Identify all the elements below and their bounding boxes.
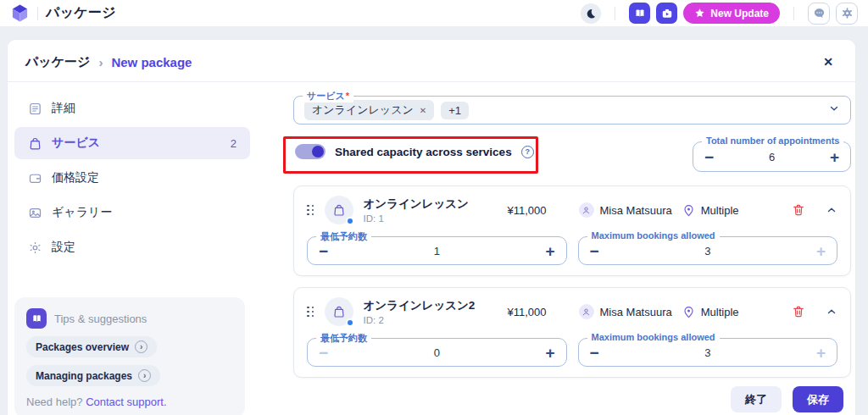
tip-label: Managing packages [36,370,132,382]
service-title-block: オンラインレッスン ID: 1 [364,196,498,224]
tips-header: Tips & suggestions [26,308,233,329]
collapse-card-button[interactable] [826,306,837,318]
service-card: オンラインレッスン ID: 1 ¥11,000 Misa Matsuura Mu… [293,185,851,276]
more-services-chip[interactable]: +1 [441,102,469,119]
service-price: ¥11,000 [508,306,569,318]
sidebar-item-services[interactable]: サービス 2 [14,127,250,159]
plus-button[interactable]: + [816,345,826,361]
minus-button[interactable]: − [704,149,714,165]
gear-icon [28,241,42,255]
page-title: パッケージ [46,4,116,22]
help-tooltip-icon[interactable]: ? [521,146,534,158]
docs-button[interactable] [629,3,650,24]
total-appointments-value[interactable]: 6 [769,151,775,163]
max-bookings-stepper: Maximum bookings allowed − 3 + [578,236,838,265]
dark-mode-toggle[interactable] [581,3,601,24]
save-button[interactable]: 保存 [793,386,843,412]
toggle-knob [312,146,324,158]
contact-support-link[interactable]: Contact support. [86,396,166,408]
plus-button[interactable]: + [545,243,554,259]
service-field-label: サービス* [303,90,353,102]
finish-button[interactable]: 終了 [731,386,782,412]
breadcrumb: パッケージ › New package [25,54,192,70]
minus-button[interactable]: − [590,345,599,361]
settings-button[interactable] [836,3,858,25]
plus-button[interactable]: + [816,243,826,259]
min-bookings-value[interactable]: 0 [434,346,440,359]
plus-button[interactable]: + [545,345,554,361]
chevron-right-icon: › [138,369,151,382]
wallet-icon [28,171,42,185]
tips-link-managing-packages[interactable]: Managing packages › [26,365,160,386]
chevron-right-icon: › [135,340,147,353]
collapse-card-button[interactable] [826,204,837,216]
chat-support-button[interactable] [808,3,830,25]
service-staff: Misa Matsuura [579,304,672,319]
delete-service-button[interactable] [792,305,805,318]
tips-and-suggestions: Tips & suggestions Packages overview › M… [14,297,245,415]
location-pin-icon [682,306,695,318]
online-status-dot [346,217,354,225]
location-pin-icon [682,204,695,217]
service-id: ID: 2 [364,315,498,325]
video-icon [661,8,673,19]
min-bookings-value[interactable]: 1 [434,245,440,257]
min-bookings-label: 最低予約数 [316,332,371,345]
sidebar-item-gallery[interactable]: ギャラリー [14,196,250,229]
breadcrumb-root[interactable]: パッケージ [25,54,90,70]
gallery-icon [28,206,42,220]
required-asterisk: * [346,91,349,101]
video-tutorials-button[interactable] [656,3,677,24]
service-title: オンラインレッスン [364,196,498,212]
trash-icon [792,203,805,217]
plus-button[interactable]: + [830,149,839,165]
sidebar-item-label: サービス [52,136,100,151]
service-location: Multiple [682,306,739,318]
drag-handle-icon[interactable] [307,205,314,216]
minus-button[interactable]: − [319,345,328,361]
service-chip-label: オンラインレッスン [312,102,414,118]
chevron-up-icon [826,306,837,318]
document-icon [28,102,42,116]
chevron-up-icon [826,204,837,216]
tip-label: Packages overview [36,341,129,353]
tips-book-icon [26,308,47,329]
bag-icon [28,136,42,151]
new-update-label: New Update [710,8,769,19]
minus-button[interactable]: − [319,243,328,259]
drag-handle-icon[interactable] [307,307,314,318]
moon-icon [585,8,597,19]
need-help-label: Need help? [26,396,83,408]
sidebar-item-label: 価格設定 [52,170,99,185]
breadcrumb-current: New package [111,55,192,69]
minus-button[interactable]: − [590,243,599,259]
service-avatar [325,196,353,224]
close-panel-button[interactable]: ✕ [823,55,833,69]
chevron-down-icon[interactable] [828,102,840,118]
location-label: Multiple [701,306,739,318]
service-title: オンラインレッスン2 [364,298,498,313]
sidebar-item-details[interactable]: 詳細 [14,92,250,125]
sidebar-item-label: ギャラリー [52,205,112,220]
help-text: Need help? Contact support. [26,396,233,408]
total-appointments-label: Total number of appointments [702,136,843,146]
staff-name: Misa Matsuura [600,306,672,318]
sidebar-item-pricing[interactable]: 価格設定 [14,162,250,194]
sidebar-item-settings[interactable]: 設定 [14,231,250,263]
max-bookings-label: Maximum bookings allowed [587,332,720,342]
max-bookings-value[interactable]: 3 [704,346,710,359]
delete-service-button[interactable] [792,203,805,217]
new-update-button[interactable]: New Update [683,3,780,24]
service-avatar [325,297,353,326]
panel-footer: 終了 保存 [731,386,843,412]
service-title-block: オンラインレッスン2 ID: 2 [364,298,498,325]
max-bookings-value[interactable]: 3 [704,245,710,257]
tips-link-packages-overview[interactable]: Packages overview › [26,336,157,357]
sidebar-item-label: 詳細 [52,101,75,116]
shared-capacity-toggle[interactable] [295,144,326,159]
location-label: Multiple [701,204,739,217]
services-count-badge: 2 [231,137,236,150]
chip-remove-icon[interactable]: ✕ [420,106,426,115]
service-multiselect[interactable]: サービス* オンラインレッスン ✕ +1 [293,96,851,125]
divider [615,7,615,20]
